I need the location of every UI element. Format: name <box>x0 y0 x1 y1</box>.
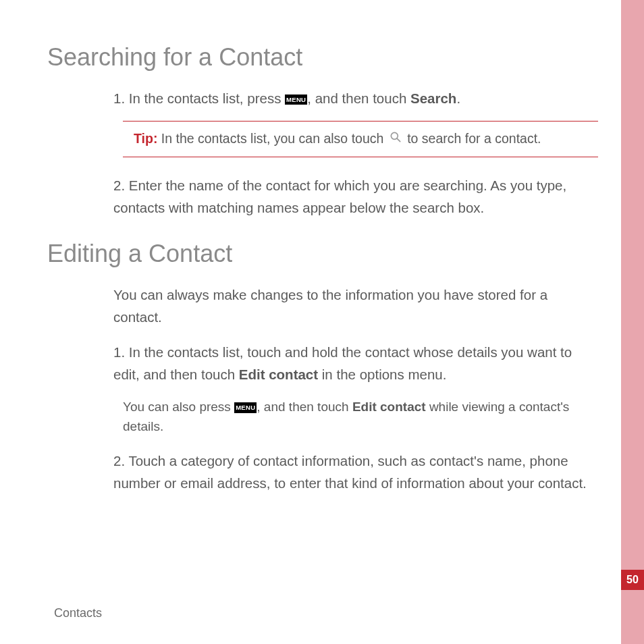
tip-text-b: to search for a contact. <box>404 131 541 146</box>
heading-editing: Editing a Contact <box>47 240 598 268</box>
text: 1. In the contacts list, press <box>113 90 285 106</box>
page-number: 50 <box>621 570 644 590</box>
tip-text-a: In the contacts list, you can also touch <box>157 131 387 146</box>
tip-label: Tip: <box>134 131 157 146</box>
section2-step2: 2. Touch a category of contact informati… <box>113 450 598 495</box>
edit-contact-bold: Edit contact <box>239 367 318 382</box>
menu-key-icon: MENU <box>285 95 307 105</box>
footer-section-label: Contacts <box>54 606 102 620</box>
magnifier-icon <box>389 129 402 150</box>
section2-body: You can always make changes to the infor… <box>113 284 598 495</box>
text: You can also press <box>123 400 234 414</box>
edit-contact-bold: Edit contact <box>352 400 426 414</box>
section1-step2: 2. Enter the name of the contact for whi… <box>113 175 598 219</box>
text: in the options menu. <box>318 367 446 382</box>
section2-note: You can also press MENU, and then touch … <box>123 397 598 437</box>
search-bold: Search <box>410 90 456 106</box>
sidebar-stripe <box>621 0 644 644</box>
section1-step1: 1. In the contacts list, press MENU, and… <box>113 88 598 110</box>
section2-intro: You can always make changes to the infor… <box>113 284 598 329</box>
section2-step1: 1. In the contacts list, touch and hold … <box>113 342 598 386</box>
menu-key-icon: MENU <box>234 402 257 413</box>
heading-searching: Searching for a Contact <box>47 43 598 72</box>
page-content: Searching for a Contact 1. In the contac… <box>0 0 621 494</box>
section1-body: 1. In the contacts list, press MENU, and… <box>113 88 598 219</box>
text: , and then touch <box>307 90 410 106</box>
tip-callout: Tip: In the contacts list, you can also … <box>123 121 598 157</box>
svg-line-1 <box>397 138 400 142</box>
text: , and then touch <box>257 400 352 414</box>
text: . <box>456 90 460 106</box>
